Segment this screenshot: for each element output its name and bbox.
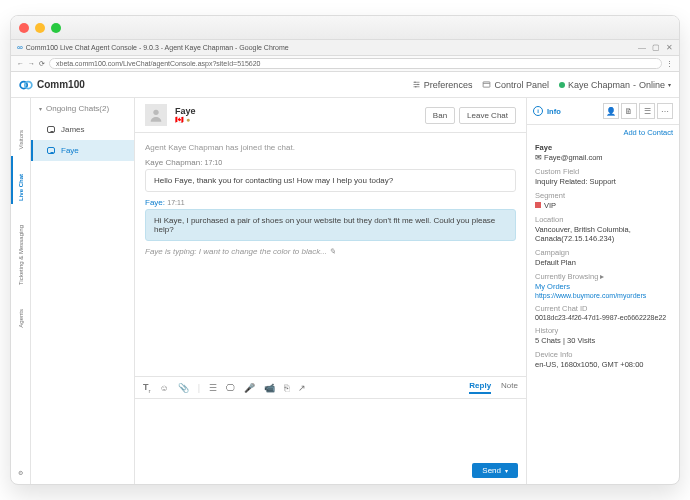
browser-tab-bar: ∞ Comm100 Live Chat Agent Console - 9.0.…: [11, 40, 679, 56]
campaign-value: Default Plan: [535, 258, 671, 267]
add-to-contact[interactable]: Add to Contact: [527, 125, 679, 140]
chat-item-james[interactable]: James: [31, 119, 134, 140]
nav-visitors[interactable]: Visitors: [18, 118, 24, 162]
system-message: Agent Kaye Chapman has joined the chat.: [145, 143, 516, 152]
info-icon: i: [533, 106, 543, 116]
svg-point-2: [414, 82, 416, 84]
browser-tab[interactable]: ∞ Comm100 Live Chat Agent Console - 9.0.…: [17, 43, 289, 52]
status-dot-icon: [559, 82, 565, 88]
window-minimize[interactable]: [35, 23, 45, 33]
info-name: Faye: [535, 143, 671, 152]
screenshot-icon[interactable]: 🖵: [226, 383, 235, 393]
wrap-icon[interactable]: 🗎: [621, 103, 637, 119]
cobrowse-icon[interactable]: ⎘: [284, 383, 289, 393]
visitor-line-label: Faye: 17:11: [145, 198, 516, 207]
canned-icon[interactable]: ☰: [209, 383, 217, 393]
control-panel-link[interactable]: Control Panel: [482, 80, 549, 90]
campaign-label: Campaign: [535, 248, 671, 257]
settings-gear-icon[interactable]: ⚙: [18, 469, 23, 476]
svg-rect-5: [484, 82, 491, 87]
emoji-icon[interactable]: ☺: [160, 383, 169, 393]
conversation-panel: Faye 🇨🇦 ● Ban Leave Chat Agent Kaye Chap…: [135, 98, 527, 484]
nav-reload-icon[interactable]: ⟳: [39, 60, 45, 68]
send-button[interactable]: Send ▾: [472, 463, 518, 478]
attachment-icon[interactable]: 📎: [178, 383, 189, 393]
svg-point-1: [25, 81, 32, 88]
visitor-avatar: [145, 104, 167, 126]
chatid-label: Current Chat ID: [535, 304, 671, 313]
device-value: en-US, 1680x1050, GMT +08:00: [535, 360, 671, 369]
minimize-icon[interactable]: —: [638, 43, 646, 52]
more-tools-icon[interactable]: ↗: [298, 383, 306, 393]
nav-back-icon[interactable]: ←: [17, 60, 24, 67]
svg-point-4: [415, 86, 417, 88]
agent-status[interactable]: Kaye Chapman-Online ▾: [559, 80, 671, 90]
compose-area: Tr ☺ 📎 | ☰ 🖵 🎤 📹 ⎘ ↗ Reply Note: [135, 376, 526, 484]
tab-title: Comm100 Live Chat Agent Console - 9.0.3 …: [26, 44, 289, 51]
audio-icon[interactable]: 🎤: [244, 383, 255, 393]
location-value: Vancouver, British Columbia, Canada(72.1…: [535, 225, 671, 243]
chatid-value: 0018dc23-4f26-47d1-9987-ec6662228e22: [535, 314, 671, 321]
window-controls: — ▢ ✕: [638, 43, 673, 52]
conversation-header: Faye 🇨🇦 ● Ban Leave Chat: [135, 98, 526, 133]
info-header: i Info 👤 🗎 ☰ ⋯: [527, 98, 679, 125]
chat-bubble-icon: [47, 126, 55, 133]
nav-agents[interactable]: Agents: [18, 297, 24, 340]
vip-badge-icon: [535, 202, 541, 208]
segment-label: Segment: [535, 191, 671, 200]
mac-titlebar: [11, 16, 679, 40]
favicon: ∞: [17, 43, 23, 52]
nav-live-chat[interactable]: Live Chat: [18, 162, 24, 213]
ban-button[interactable]: Ban: [425, 107, 455, 124]
window-maximize[interactable]: [51, 23, 61, 33]
browsing-label: Currently Browsing ▸: [535, 272, 671, 281]
info-panel: i Info 👤 🗎 ☰ ⋯ Add to Contact Faye ✉ Fay…: [527, 98, 679, 484]
compose-tab-reply[interactable]: Reply: [469, 381, 491, 394]
app-logo[interactable]: Comm100: [19, 78, 85, 92]
app-name: Comm100: [37, 79, 85, 90]
browser-menu-icon[interactable]: ⋮: [666, 60, 673, 68]
visitor-badges: 🇨🇦 ●: [175, 116, 196, 124]
divider: |: [198, 383, 200, 393]
visitor-message: Hi Kaye, I purchased a pair of shoes on …: [145, 209, 516, 241]
canned-panel-icon[interactable]: ☰: [639, 103, 655, 119]
restore-icon[interactable]: ▢: [652, 43, 660, 52]
nav-forward-icon[interactable]: →: [28, 60, 35, 67]
visitor-name: Faye: [175, 106, 196, 116]
info-email: ✉ Faye@gmail.com: [535, 153, 671, 162]
url-field[interactable]: xbeta.comm100.com/LiveChat/agentConsole.…: [49, 58, 662, 69]
custom-field-value: Inquiry Related: Support: [535, 177, 671, 186]
chat-item-faye[interactable]: Faye: [31, 140, 134, 161]
address-bar: ← → ⟳ xbeta.comm100.com/LiveChat/agentCo…: [11, 56, 679, 72]
leave-chat-button[interactable]: Leave Chat: [459, 107, 516, 124]
preferences-link[interactable]: Preferences: [412, 80, 473, 90]
custom-field-label: Custom Field: [535, 167, 671, 176]
chat-list: ▾ Ongoing Chats(2) James Faye: [31, 98, 135, 484]
chevron-down-icon: ▾: [39, 105, 42, 112]
agent-line-label: Kaye Chapman: 17:10: [145, 158, 516, 167]
nav-ticketing[interactable]: Ticketing & Messaging: [18, 213, 24, 297]
translate-icon[interactable]: Tr: [143, 382, 151, 394]
chevron-down-icon: ▾: [668, 81, 671, 88]
history-label: History: [535, 326, 671, 335]
vertical-nav: Visitors Live Chat Ticketing & Messaging…: [11, 98, 31, 484]
compose-tab-note[interactable]: Note: [501, 381, 518, 394]
close-icon[interactable]: ✕: [666, 43, 673, 52]
segment-value: VIP: [535, 201, 671, 210]
window-close[interactable]: [19, 23, 29, 33]
chat-bubble-icon: [47, 147, 55, 154]
chat-list-header[interactable]: ▾ Ongoing Chats(2): [31, 98, 134, 119]
main-area: Visitors Live Chat Ticketing & Messaging…: [11, 98, 679, 484]
browsing-url[interactable]: https://www.buymore.com/myorders: [535, 292, 671, 299]
device-label: Device Info: [535, 350, 671, 359]
compose-input[interactable]: [135, 399, 526, 455]
video-icon[interactable]: 📹: [264, 383, 275, 393]
agent-message: Hello Faye, thank you for contacting us!…: [145, 169, 516, 192]
message-list: Agent Kaye Chapman has joined the chat. …: [135, 133, 526, 376]
svg-point-6: [153, 110, 158, 115]
browsing-page[interactable]: My Orders: [535, 282, 671, 291]
location-label: Location: [535, 215, 671, 224]
history-value: 5 Chats | 30 Visits: [535, 336, 671, 345]
more-icon[interactable]: ⋯: [657, 103, 673, 119]
contact-icon[interactable]: 👤: [603, 103, 619, 119]
